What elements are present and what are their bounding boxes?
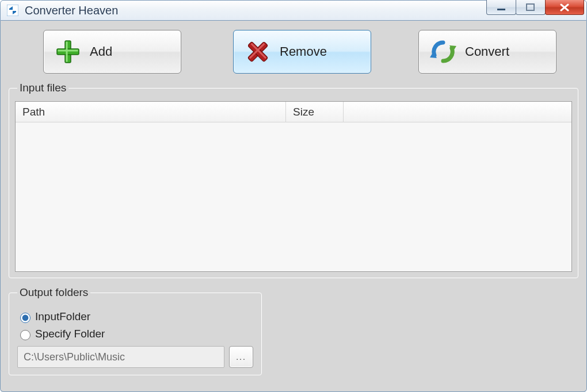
output-path-row: ... (17, 346, 253, 368)
window-controls (487, 0, 584, 15)
column-header-path[interactable]: Path (16, 102, 286, 122)
column-header-size[interactable]: Size (286, 102, 344, 122)
column-header-spacer (344, 102, 571, 122)
x-icon (242, 39, 274, 65)
radio-input-folder-label: InputFolder (35, 310, 90, 323)
window-title: Converter Heaven (25, 4, 118, 17)
remove-button[interactable]: Remove (233, 30, 371, 74)
client-area: Add Remove (0, 21, 587, 392)
svg-rect-8 (58, 50, 78, 52)
svg-rect-2 (13, 11, 16, 12)
refresh-icon (427, 38, 459, 66)
output-folders-group: Output folders InputFolder Specify Folde… (9, 286, 262, 375)
file-list[interactable]: Path Size (15, 101, 572, 272)
file-list-body[interactable] (16, 122, 571, 271)
app-icon (6, 4, 19, 17)
output-path-field[interactable] (17, 346, 224, 368)
plus-icon (52, 39, 84, 65)
radio-row-input-folder[interactable]: InputFolder (17, 310, 253, 323)
svg-rect-3 (497, 9, 505, 10)
remove-button-label: Remove (280, 44, 327, 59)
file-list-header: Path Size (16, 102, 571, 122)
add-button-label: Add (90, 44, 112, 59)
svg-rect-1 (9, 9, 13, 10)
add-button[interactable]: Add (43, 30, 181, 74)
svg-rect-4 (527, 4, 534, 10)
convert-button-label: Convert (465, 44, 509, 59)
convert-button[interactable]: Convert (418, 30, 556, 74)
input-files-group: Input files Path Size (9, 82, 578, 278)
minimize-button[interactable] (486, 0, 516, 15)
output-folders-legend: Output folders (17, 286, 90, 299)
toolbar: Add Remove (43, 30, 556, 74)
maximize-button[interactable] (516, 0, 546, 15)
close-button[interactable] (545, 0, 584, 15)
radio-specify-folder-label: Specify Folder (35, 328, 105, 340)
browse-button[interactable]: ... (229, 346, 253, 368)
radio-input-folder[interactable] (20, 313, 31, 323)
radio-specify-folder[interactable] (20, 330, 31, 340)
titlebar: Converter Heaven (0, 0, 587, 21)
radio-row-specify-folder[interactable]: Specify Folder (17, 328, 253, 340)
svg-rect-7 (66, 42, 68, 62)
input-files-legend: Input files (17, 82, 68, 94)
